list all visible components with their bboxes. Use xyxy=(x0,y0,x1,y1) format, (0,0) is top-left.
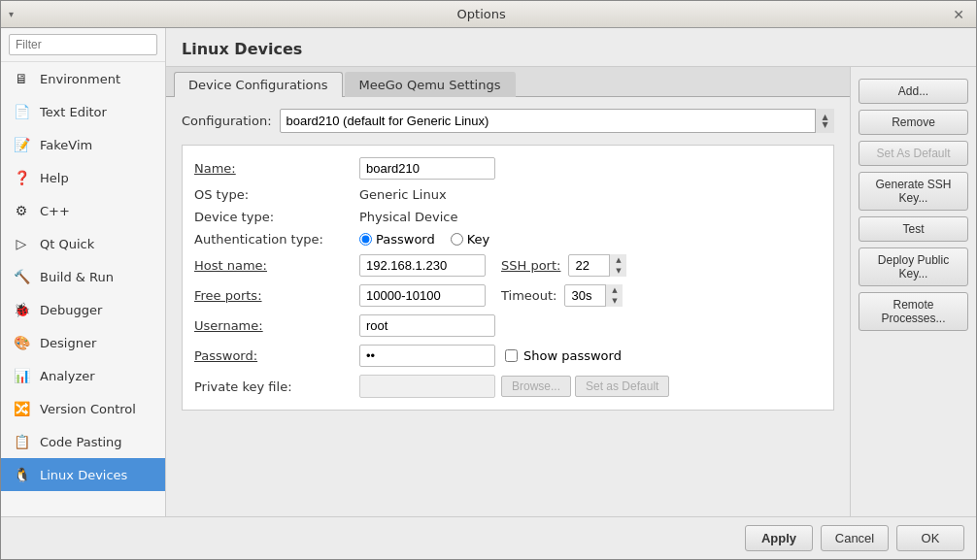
timeout-up-icon[interactable]: ▲ xyxy=(606,284,623,296)
sidebar-item-label: Qt Quick xyxy=(40,237,94,251)
environment-icon: 🖥 xyxy=(11,68,32,89)
sidebar-item-fakevim[interactable]: 📝 FakeVim xyxy=(1,128,165,161)
auth-radio-group: Password Key xyxy=(359,232,489,247)
auth-type-row: Authentication type: Password Key xyxy=(194,232,822,247)
username-label: Username: xyxy=(194,318,359,333)
configuration-select[interactable] xyxy=(280,109,834,133)
version-control-icon: 🔀 xyxy=(11,398,32,419)
sidebar-item-help[interactable]: ❓ Help xyxy=(1,161,165,194)
browse-button: Browse... xyxy=(501,376,571,397)
designer-icon: 🎨 xyxy=(11,332,32,353)
test-button[interactable]: Test xyxy=(859,216,968,242)
cancel-button[interactable]: Cancel xyxy=(821,525,889,551)
sidebar-item-debugger[interactable]: 🐞 Debugger xyxy=(1,293,165,326)
help-icon: ❓ xyxy=(11,167,32,188)
radio-password-label[interactable]: Password xyxy=(359,232,435,247)
debugger-icon: 🐞 xyxy=(11,299,32,320)
remote-processes-button[interactable]: Remote Processes... xyxy=(859,292,968,331)
configuration-row: Configuration: ▲ ▼ xyxy=(182,109,834,133)
deploy-public-button[interactable]: Deploy Public Key... xyxy=(859,247,968,286)
timeout-spinbox: ▲ ▼ xyxy=(564,284,623,307)
radio-key-text: Key xyxy=(467,232,490,247)
tab-content: Configuration: ▲ ▼ xyxy=(166,97,850,430)
configuration-label: Configuration: xyxy=(182,114,272,128)
cpp-icon: ⚙ xyxy=(11,200,32,221)
show-password-text: Show password xyxy=(523,348,622,363)
free-ports-input[interactable] xyxy=(359,284,486,307)
sidebar-item-code-pasting[interactable]: 📋 Code Pasting xyxy=(1,425,165,458)
sidebar-item-label: Text Editor xyxy=(40,105,107,119)
build-run-icon: 🔨 xyxy=(11,266,32,287)
config-panel: Device Configurations MeeGo Qemu Setting… xyxy=(166,67,850,516)
sidebar-item-label: Analyzer xyxy=(40,369,95,383)
main-content: Linux Devices Device Configurations MeeG… xyxy=(166,28,976,516)
name-label: Name: xyxy=(194,161,359,176)
code-pasting-icon: 📋 xyxy=(11,431,32,452)
radio-password-text: Password xyxy=(376,232,435,247)
os-type-value: Generic Linux xyxy=(359,187,447,202)
timeout-arrows: ▲ ▼ xyxy=(605,284,623,307)
filter-input[interactable] xyxy=(9,34,157,55)
footer: Apply Cancel OK xyxy=(1,516,976,559)
apply-button[interactable]: Apply xyxy=(745,525,813,551)
freeports-row: Free ports: Timeout: ▲ ▼ xyxy=(194,284,822,307)
sidebar-item-label: FakeVim xyxy=(40,138,92,152)
ssh-port-spinbox: ▲ ▼ xyxy=(568,254,626,277)
sidebar-item-label: C++ xyxy=(40,204,70,218)
tab-device-configurations[interactable]: Device Configurations xyxy=(174,72,343,97)
ssh-port-up-icon[interactable]: ▲ xyxy=(610,254,626,266)
device-type-value: Physical Device xyxy=(359,210,457,224)
sidebar-item-qt-quick[interactable]: ▷ Qt Quick xyxy=(1,227,165,260)
sidebar: 🖥 Environment 📄 Text Editor 📝 FakeVim ❓ … xyxy=(1,28,166,516)
sidebar-item-build-run[interactable]: 🔨 Build & Run xyxy=(1,260,165,293)
radio-key-label[interactable]: Key xyxy=(451,232,490,247)
ssh-port-down-icon[interactable]: ▼ xyxy=(610,266,626,278)
radio-key[interactable] xyxy=(451,233,463,246)
tabs: Device Configurations MeeGo Qemu Setting… xyxy=(166,67,850,97)
os-type-label: OS type: xyxy=(194,187,359,202)
timeout-down-icon[interactable]: ▼ xyxy=(606,296,623,308)
os-type-row: OS type: Generic Linux xyxy=(194,187,822,202)
private-key-input xyxy=(359,375,495,398)
device-type-label: Device type: xyxy=(194,210,359,224)
titlebar: ▾ Options ✕ xyxy=(1,1,976,28)
tab-meego-qemu[interactable]: MeeGo Qemu Settings xyxy=(345,72,516,97)
configuration-select-wrapper: ▲ ▼ xyxy=(280,109,834,133)
show-password-checkbox[interactable] xyxy=(505,349,518,362)
ok-button[interactable]: OK xyxy=(896,525,964,551)
sidebar-item-cpp[interactable]: ⚙ C++ xyxy=(1,194,165,227)
remove-button[interactable]: Remove xyxy=(859,110,968,135)
close-button[interactable]: ✕ xyxy=(949,7,968,22)
sidebar-item-label: Linux Devices xyxy=(40,468,127,482)
name-row: Name: xyxy=(194,157,822,180)
username-row: Username: xyxy=(194,314,822,337)
action-buttons: Add... Remove Set As Default Generate SS… xyxy=(850,67,976,516)
username-input[interactable] xyxy=(359,314,495,337)
set-as-default-button[interactable]: Set As Default xyxy=(859,141,968,166)
configuration-select-arrows[interactable]: ▲ ▼ xyxy=(815,109,834,133)
sidebar-item-linux-devices[interactable]: 🐧 Linux Devices xyxy=(1,458,165,491)
sidebar-item-label: Build & Run xyxy=(40,270,114,284)
filter-box xyxy=(1,28,165,62)
sidebar-item-environment[interactable]: 🖥 Environment xyxy=(1,62,165,95)
analyzer-icon: 📊 xyxy=(11,365,32,386)
sidebar-item-analyzer[interactable]: 📊 Analyzer xyxy=(1,359,165,392)
auth-type-label: Authentication type: xyxy=(194,232,359,247)
add-button[interactable]: Add... xyxy=(859,79,968,104)
sidebar-item-designer[interactable]: 🎨 Designer xyxy=(1,326,165,359)
radio-password[interactable] xyxy=(359,233,372,246)
ssh-port-arrows: ▲ ▼ xyxy=(609,254,626,277)
show-password-label[interactable]: Show password xyxy=(505,348,622,363)
password-input[interactable] xyxy=(359,345,495,367)
content-area: Device Configurations MeeGo Qemu Setting… xyxy=(166,67,976,516)
name-input[interactable] xyxy=(359,157,495,180)
linux-devices-icon: 🐧 xyxy=(11,464,32,485)
host-name-input[interactable] xyxy=(359,254,486,277)
down-arrow-icon: ▼ xyxy=(822,121,827,129)
hostname-row: Host name: SSH port: ▲ ▼ xyxy=(194,254,822,277)
sidebar-item-text-editor[interactable]: 📄 Text Editor xyxy=(1,95,165,128)
host-name-label: Host name: xyxy=(194,258,359,273)
private-key-row: Private key file: Browse... Set as Defau… xyxy=(194,375,822,398)
generate-ssh-button[interactable]: Generate SSH Key... xyxy=(859,172,968,211)
sidebar-item-version-control[interactable]: 🔀 Version Control xyxy=(1,392,165,425)
